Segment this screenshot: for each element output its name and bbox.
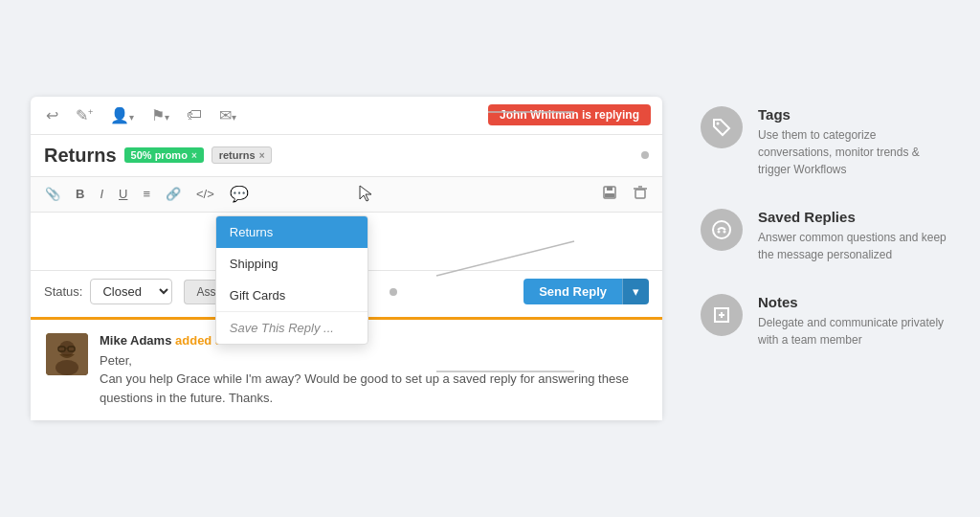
underline-btn[interactable]: U [114, 185, 132, 203]
dropdown-item-gift-cards[interactable]: Gift Cards [216, 280, 368, 311]
saved-replies-block: Saved Replies Answer common questions an… [701, 209, 949, 263]
saved-replies-btn[interactable]: 💬 [225, 184, 254, 204]
tags-title: Tags [758, 106, 949, 123]
bold-btn[interactable]: B [71, 185, 89, 203]
notes-icon [701, 294, 743, 336]
svg-point-8 [56, 360, 78, 375]
saved-replies-btn-wrapper: 💬 Returns Shipping Gift Cards Save This … [225, 185, 254, 203]
main-toolbar: ↩ ✎+ 👤▾ ⚑▾ 🏷 ✉▾ John Whitman is replying [31, 97, 662, 135]
save-btn[interactable] [597, 183, 622, 206]
note-greeting: Peter, [100, 351, 647, 371]
dropdown-item-returns[interactable]: Returns [216, 216, 368, 248]
svg-rect-2 [605, 193, 614, 197]
note-content: Mike Adams added a note Peter, Can you h… [100, 333, 647, 408]
svg-point-14 [718, 230, 721, 233]
dropdown-item-save[interactable]: Save This Reply ... [216, 311, 368, 344]
send-reply-arrow-btn[interactable]: ▾ [622, 279, 649, 304]
tag-returns: returns × [212, 146, 273, 164]
saved-replies-description: Answer common questions and keep the mes… [758, 229, 949, 263]
svg-rect-1 [607, 187, 612, 191]
connector-dot-tags [641, 151, 649, 159]
notes-title: Notes [758, 294, 949, 310]
status-label: Status: [44, 284, 82, 299]
user-icon[interactable]: 👤▾ [106, 104, 138, 126]
saved-replies-text: Saved Replies Answer common questions an… [758, 209, 949, 263]
subject-bar: Returns 50% promo × returns × [31, 135, 662, 177]
send-btn-group: Send Reply ▾ [523, 279, 649, 304]
saved-replies-dropdown: Returns Shipping Gift Cards Save This Re… [215, 215, 368, 345]
svg-point-12 [717, 122, 720, 124]
tags-block: Tags Use them to categorize conversation… [701, 106, 949, 178]
notes-text: Notes Delegate and communicate privately… [758, 294, 949, 348]
tags-text: Tags Use them to categorize conversation… [758, 106, 949, 178]
status-select[interactable]: Closed Open Pending [90, 279, 172, 304]
dropdown-item-shipping[interactable]: Shipping [216, 248, 368, 280]
tags-icon [701, 106, 743, 148]
list-btn[interactable]: ≡ [138, 185, 155, 203]
avatar [46, 333, 88, 375]
mail-icon[interactable]: ✉▾ [215, 104, 240, 126]
flag-icon[interactable]: ⚑▾ [147, 104, 173, 126]
saved-replies-icon [701, 209, 743, 251]
avatar-image [46, 333, 88, 375]
italic-btn[interactable]: I [95, 185, 108, 203]
replying-badge: John Whitman is replying [488, 104, 651, 125]
saved-replies-title: Saved Replies [758, 209, 949, 225]
svg-point-13 [713, 221, 730, 238]
tags-description: Use them to categorize conversations, mo… [758, 126, 949, 178]
delete-btn[interactable] [628, 183, 653, 206]
undo-icon[interactable]: ↩ [42, 104, 62, 126]
status-group: Closed Open Pending [90, 279, 172, 304]
right-panel: Tags Use them to categorize conversation… [701, 97, 949, 348]
code-btn[interactable]: </> [191, 185, 219, 203]
note-author: Mike Adams [100, 333, 171, 348]
tag-returns-close[interactable]: × [259, 150, 265, 161]
tag-promo-close[interactable]: × [191, 150, 197, 161]
note-body: Can you help Grace while I'm away? Would… [100, 370, 647, 407]
connector-dot-saved-replies [390, 288, 397, 296]
svg-rect-3 [635, 190, 645, 198]
send-reply-btn[interactable]: Send Reply [523, 279, 622, 304]
attach-btn[interactable]: 📎 [40, 185, 65, 203]
editor-toolbar: 📎 B I U ≡ 🔗 </> 💬 Returns Shipping Gift … [31, 177, 662, 213]
link-btn[interactable]: 🔗 [161, 185, 186, 203]
notes-description: Delegate and communicate privately with … [758, 314, 949, 348]
note-header: Mike Adams added a note [100, 333, 647, 348]
subject-title: Returns [44, 145, 117, 167]
tag-promo: 50% promo × [124, 147, 204, 163]
tag-icon[interactable]: 🏷 [183, 104, 206, 125]
notes-block: Notes Delegate and communicate privately… [701, 294, 949, 348]
edit-icon[interactable]: ✎+ [72, 104, 97, 126]
svg-point-15 [724, 230, 726, 233]
